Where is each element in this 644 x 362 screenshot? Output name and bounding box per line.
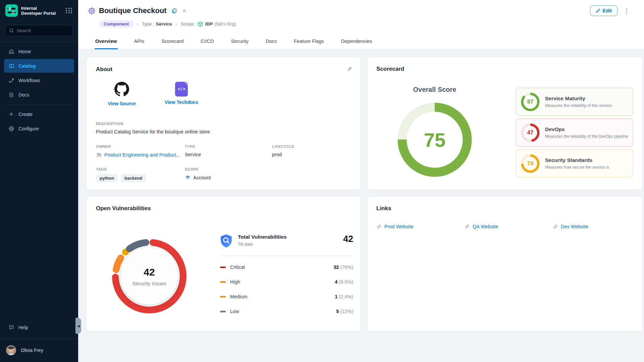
- divider: [5, 104, 73, 105]
- score-desc: Measures the reliability of this service: [545, 103, 612, 108]
- sidebar-item-docs[interactable]: Docs: [4, 88, 74, 102]
- owner-label: OWNER: [96, 144, 111, 148]
- severity-row-low: Low 5 (12%): [220, 304, 353, 319]
- links-title: Links: [376, 205, 391, 212]
- owner-value: Product Engineering and Product...: [104, 152, 180, 158]
- page-title: Boutique Checkout: [99, 6, 167, 15]
- avatar: [6, 345, 16, 355]
- scorecard-item-service-maturity[interactable]: 87 Service Maturity Measures the reliabi…: [516, 88, 633, 116]
- vulnerabilities-donut: 42 Security Issues: [108, 235, 190, 317]
- divider: [0, 338, 78, 339]
- tab-feature-flags[interactable]: Feature Flags: [293, 35, 324, 49]
- overall-score-value: 75: [424, 129, 446, 151]
- low-legend-dash: [220, 311, 226, 312]
- high-legend-dash: [220, 281, 226, 283]
- user-menu[interactable]: Olivia Frey: [0, 341, 78, 362]
- sidebar-item-label: Configure: [18, 126, 39, 131]
- plus-icon: [8, 111, 14, 117]
- edit-label: Edit: [603, 8, 612, 13]
- component-gear-icon: [88, 7, 96, 15]
- score-title: DevOps: [545, 126, 628, 132]
- component-badge[interactable]: Component: [99, 20, 133, 28]
- tag-chip[interactable]: backend: [121, 174, 146, 182]
- severity-label: Medium: [230, 294, 248, 299]
- score-ring: 87: [521, 93, 540, 111]
- vulnerabilities-summary: Total Vulnerabilities Till date 42 Criti…: [220, 234, 353, 319]
- sidebar-item-catalog[interactable]: Catalog: [4, 59, 74, 73]
- links-list: Prod Website QA Website Dev Website: [376, 224, 641, 229]
- docs-icon: [8, 92, 14, 98]
- tags-label: TAGS: [96, 167, 107, 171]
- scope-org: (Sid's Org): [214, 21, 236, 26]
- overall-score-label: Overall Score: [368, 86, 502, 94]
- sidebar-collapse-handle[interactable]: ◀: [75, 318, 81, 334]
- tab-apis[interactable]: APIs: [133, 35, 145, 49]
- sidebar-item-label: Workflows: [18, 78, 40, 83]
- scorecard-item-security-standards[interactable]: 74 Security Standards Measures how secur…: [516, 149, 633, 177]
- tab-cicd[interactable]: CI/CD: [200, 35, 214, 49]
- tags: python backend: [96, 174, 146, 182]
- about-title: About: [96, 66, 112, 73]
- view-source-link[interactable]: View Source: [103, 82, 140, 106]
- severity-row-high: High 4 (9.5%): [220, 275, 353, 289]
- view-techdocs-link[interactable]: </> View Techdocs: [163, 82, 200, 105]
- links-card: Links Prod Website QA Website Dev Websit…: [367, 196, 643, 331]
- scorecard-card: Scorecard Overall Score 75 87 Service Ma…: [367, 57, 643, 190]
- total-vulnerabilities-title: Total Vulnerabilities: [238, 234, 287, 240]
- tab-dependencies[interactable]: Dependencies: [340, 35, 373, 49]
- link-icon: [376, 224, 382, 229]
- cube-icon: [197, 21, 203, 27]
- sidebar-item-workflows[interactable]: Workflows: [4, 73, 74, 87]
- score-desc: Measures the reliability of the DevOps p…: [545, 134, 628, 139]
- severity-label: Low: [230, 309, 239, 314]
- tab-scorecard[interactable]: Scorecard: [161, 35, 184, 49]
- edit-about-icon[interactable]: ✎: [347, 66, 352, 73]
- portal-logo-icon: [5, 4, 18, 17]
- type-label: Type :: [142, 21, 154, 26]
- breadcrumb: Component Type : Service Scope: IDP (Sid…: [99, 20, 644, 28]
- sidebar-item-configure[interactable]: Configure: [4, 122, 74, 135]
- link-prod-website[interactable]: Prod Website: [376, 224, 465, 229]
- sidebar-item-create[interactable]: Create: [4, 107, 74, 121]
- star-icon[interactable]: ★: [182, 8, 187, 14]
- tab-docs[interactable]: Docs: [265, 35, 277, 49]
- scope-value: IDP: [205, 21, 213, 26]
- search-icon: [9, 28, 14, 33]
- help-icon: ?: [8, 324, 14, 331]
- help-label: Help: [18, 325, 28, 330]
- vulnerabilities-card: Open Vulnerabilities 42 Security Issues: [86, 196, 361, 331]
- critical-legend-dash: [220, 266, 226, 268]
- tab-overview[interactable]: Overview: [95, 35, 118, 49]
- sidebar-item-home[interactable]: Home: [4, 45, 74, 58]
- owner-link[interactable]: Product Engineering and Product...: [96, 152, 180, 158]
- tab-bar: Overview APIs Scorecard CI/CD Security D…: [78, 35, 644, 49]
- severity-pct: (2.4%): [339, 294, 353, 299]
- svg-text:?: ?: [11, 325, 12, 328]
- vulnerabilities-donut-center: 42 Security Issues: [121, 248, 178, 305]
- edit-button[interactable]: Edit: [590, 5, 618, 16]
- search-input[interactable]: [17, 28, 67, 33]
- scorecard-title: Scorecard: [376, 66, 404, 72]
- sidebar-item-help[interactable]: ? Help: [4, 321, 74, 334]
- sidebar-search[interactable]: [5, 25, 73, 36]
- account-scope-icon: [185, 175, 191, 181]
- score-value: 87: [521, 93, 540, 111]
- link-qa-website[interactable]: QA Website: [465, 224, 553, 229]
- github-icon: [114, 82, 129, 97]
- severity-label: High: [230, 279, 240, 285]
- app-grid-icon[interactable]: [65, 7, 73, 14]
- overall-score-donut: 75: [397, 103, 472, 177]
- scorecard-item-devops[interactable]: 47 DevOps Measures the reliability of th…: [516, 119, 633, 146]
- till-date-label: Till date: [238, 242, 287, 247]
- more-options-icon[interactable]: ⋮: [624, 8, 630, 14]
- page-content: About ✎ View Source </> View Techdocs DE…: [78, 50, 644, 362]
- score-value: 47: [521, 123, 540, 142]
- divider: [220, 255, 353, 256]
- link-dev-website[interactable]: Dev Website: [553, 224, 641, 229]
- copy-icon[interactable]: [171, 8, 177, 14]
- tab-security[interactable]: Security: [230, 35, 249, 49]
- tag-chip[interactable]: python: [96, 174, 118, 182]
- about-card: About ✎ View Source </> View Techdocs DE…: [86, 57, 361, 190]
- severity-pct: (12%): [340, 309, 353, 314]
- view-techdocs-label: View Techdocs: [163, 100, 200, 105]
